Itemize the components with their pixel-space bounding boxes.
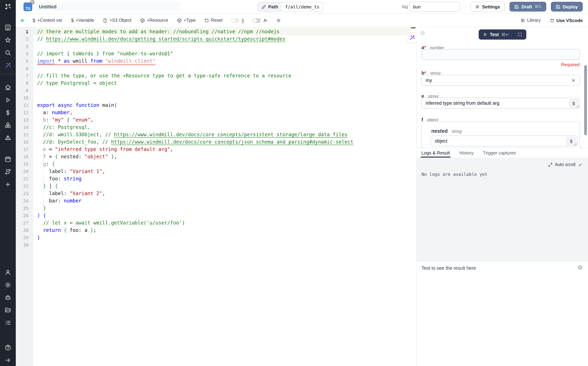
code-line-18[interactable]: f = { nested: "object" }, [33,153,411,160]
code-line-25[interactable]: } [33,205,411,212]
info-icon[interactable] [578,265,582,270]
code-line-10[interactable] [33,94,411,102]
resize-handle[interactable] [574,143,577,146]
add-variable-button[interactable]: $ +Variable [71,18,94,23]
code-line-29[interactable]: } [33,234,411,241]
use-vscode-button[interactable]: Use VScode [550,18,583,23]
tab-logs-result[interactable]: Logs & Result [422,148,450,158]
code-line-22[interactable]: } | { [33,183,411,190]
code-editor[interactable]: 1234567891011121314151617181920212223242… [16,27,416,366]
field-nested-type: string [451,129,462,134]
sidebar-item-schedules[interactable] [5,156,11,162]
windmill-logo-icon[interactable] [4,3,12,11]
code-line-17[interactable]: e = "inferred type string from default a… [33,146,411,153]
code-line-21[interactable]: foo: string [33,175,411,183]
deploy-button-label: Deploy [563,4,578,9]
sidebar-item-resources[interactable] [5,122,11,129]
add-resource-button[interactable]: +Resource [140,18,168,23]
add-context-var-button[interactable]: $ +Context var [33,18,62,23]
auto-scroll-control[interactable]: Auto scroll [548,162,582,167]
line-number-7: 7 [16,72,33,79]
code-line-16[interactable]: //d: DynSelect_foo, // https://www.windm… [33,138,411,146]
code-line-23[interactable]: label: "Variant 2", [33,190,411,197]
field-a-input[interactable] [422,49,580,60]
field-a-input-control[interactable] [426,52,576,57]
add-type-button[interactable]: +Type [177,18,196,23]
tag-input[interactable] [409,2,460,12]
line-number-19: 19 [16,160,33,168]
tab-trigger-captures[interactable]: Trigger captures [483,148,516,158]
code-line-1[interactable]: // there are multiple modes to add as he… [33,28,411,35]
code-line-19[interactable]: g: { [33,160,411,168]
sidebar-item-ai-assistant[interactable] [5,62,11,69]
sidebar-item-account[interactable] [5,269,11,276]
sidebar-group-main [0,84,16,141]
editor-scrollbar[interactable] [411,27,416,28]
code-line-9[interactable] [33,87,411,94]
ai-assistant-button[interactable] [407,32,418,43]
sidebar-item-runs[interactable] [5,97,11,103]
code-line-5[interactable]: import * as wmill from "windmill-client" [33,57,411,65]
sidebar-item-help[interactable] [5,344,11,351]
field-nested-input-control[interactable] [435,138,573,144]
sidebar-item-expand-menu[interactable] [5,357,11,364]
sidebar-item-create[interactable] [5,181,11,188]
diff-mode-toggle[interactable] [231,18,239,23]
code-line-20[interactable]: label: "Variant 1", [33,168,411,175]
code-line-3[interactable] [33,43,411,50]
editor-settings-gear-icon[interactable] [276,18,281,23]
expand-logs-icon[interactable] [548,162,552,167]
test-button[interactable]: Test ⌘↵ [478,30,513,39]
settings-button[interactable]: Settings [470,2,505,12]
field-e-input-control[interactable] [426,100,576,106]
sidebar-item-favorites[interactable] [5,37,11,43]
reset-button[interactable]: Reset [204,18,222,23]
draft-button[interactable]: Draft ⌘S [510,2,546,12]
library-button[interactable]: Library [520,18,541,23]
field-b-input-control[interactable] [426,78,571,83]
code-line-30[interactable] [33,241,411,249]
field-b-input[interactable] [422,75,580,86]
sidebar-item-home[interactable] [5,84,11,91]
code-line-2[interactable]: // https://www.windmill.dev/docs/getting… [33,35,411,43]
capture-run-button[interactable] [514,30,526,39]
sidebar-item-audit-logs[interactable] [5,320,11,326]
clear-field-icon[interactable] [571,78,576,83]
path-control[interactable]: Path f/all/demo_ts [258,2,323,12]
form-scrollbar[interactable] [584,65,587,135]
collapse-panel-icon[interactable] [420,31,425,35]
field-nested-input[interactable]: $ [431,136,578,146]
deploy-button[interactable]: Deploy [551,2,583,12]
sidebar-item-workspace[interactable] [5,24,11,31]
sidebar-item-apps[interactable] [5,135,11,141]
code-line-24[interactable]: bar: number [33,197,411,205]
code-line-13[interactable]: b: "my" | "enum", [33,116,411,124]
resize-handle[interactable] [576,105,579,108]
code-line-11[interactable]: export async function main( [33,102,411,109]
path-edit-button[interactable]: Path [258,2,282,11]
code-line-7[interactable]: // fill the type, or use the +Resource t… [33,72,411,79]
sidebar-item-workers[interactable] [5,294,11,301]
code-line-12[interactable]: a: number, [33,109,411,116]
code-line-4[interactable]: // import { toWords } from "number-to-wo… [33,50,411,57]
sidebar-item-search[interactable] [5,49,11,56]
code-line-26[interactable]: ) { [33,212,411,219]
code-line-27[interactable]: // let x = await wmill.getVariable('u/us… [33,219,411,227]
line-number-5: 5 [16,57,33,65]
sidebar-item-workspace-settings[interactable] [5,282,11,288]
script-title-input[interactable] [36,2,180,11]
sidebar-item-triggers[interactable] [5,168,11,175]
code-area[interactable]: // there are multiple modes to add as he… [33,28,411,366]
code-line-14[interactable]: //c: Postgresql, [33,124,411,131]
run-as-user-toggle[interactable] [253,18,261,23]
add-s3-object-button[interactable]: +S3 Object [103,18,131,23]
editor-toolbar: $ +Context var $ +Variable +S3 Object +R… [16,14,588,27]
field-e-input[interactable]: $ [422,98,580,109]
code-line-6[interactable] [33,65,411,72]
code-line-8[interactable]: // type Postgresql = object [33,79,411,87]
sidebar-item-variables[interactable] [5,109,11,116]
code-line-28[interactable]: return { foo: a }; [33,227,411,234]
code-line-15[interactable]: //d: wmill.S3Object, // https://www.wind… [33,131,411,138]
tab-history[interactable]: History [459,148,473,158]
sidebar-item-folders[interactable] [5,307,11,313]
